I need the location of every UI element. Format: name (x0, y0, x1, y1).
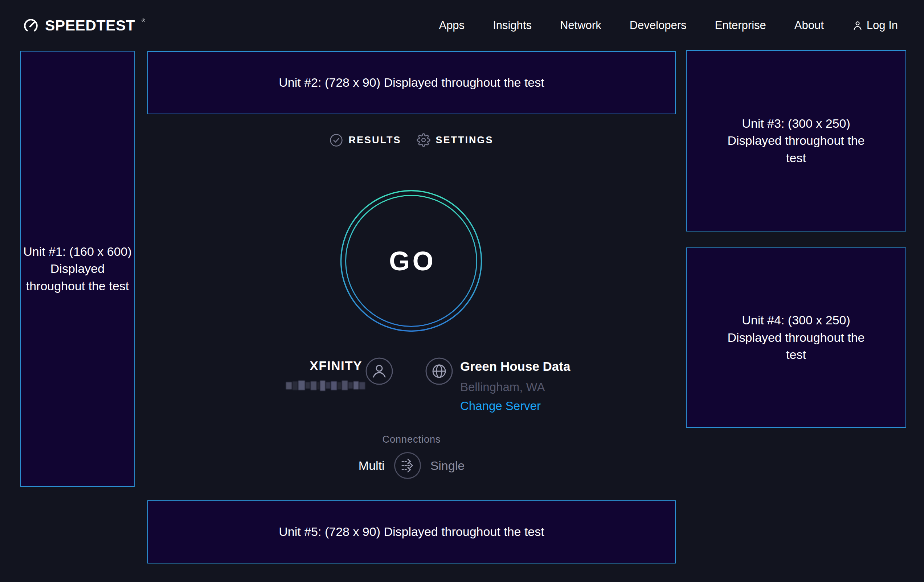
ad-unit-4-label: Unit #4: (300 x 250) Displayed throughou… (725, 312, 867, 364)
tab-results[interactable]: RESULTS (330, 134, 401, 147)
globe-icon (425, 357, 453, 385)
nav-item-developers[interactable]: Developers (630, 19, 686, 32)
nav-item-apps[interactable]: Apps (439, 19, 465, 32)
gear-icon (417, 133, 431, 147)
ad-unit-1-label: Unit #1: (160 x 600) Displayed throughou… (21, 243, 134, 295)
go-button-label: GO (340, 190, 482, 332)
speedtest-logo[interactable]: SPEEDTEST ® (23, 17, 145, 34)
tab-settings[interactable]: SETTINGS (417, 133, 493, 147)
go-button[interactable]: GO (340, 190, 482, 332)
logo-trademark: ® (142, 18, 145, 23)
view-tabs: RESULTS SETTINGS (147, 130, 676, 150)
ad-unit-1[interactable]: Unit #1: (160 x 600) Displayed throughou… (20, 51, 135, 487)
connections-label: Connections (147, 434, 676, 445)
nav-item-enterprise[interactable]: Enterprise (714, 19, 766, 32)
user-icon (852, 20, 863, 31)
tab-settings-label: SETTINGS (436, 135, 493, 146)
ad-unit-3[interactable]: Unit #3: (300 x 250) Displayed throughou… (686, 50, 906, 231)
check-circle-icon (330, 134, 343, 147)
isp-name: XFINITY (231, 358, 362, 373)
ad-unit-5-label: Unit #5: (728 x 90) Displayed throughout… (279, 523, 544, 541)
primary-nav: Apps Insights Network Developers Enterpr… (439, 19, 898, 32)
logo-text: SPEEDTEST (45, 17, 135, 34)
multi-connections-toggle-icon[interactable] (393, 452, 422, 480)
nav-item-network[interactable]: Network (560, 19, 601, 32)
change-server-link[interactable]: Change Server (460, 399, 541, 413)
ad-unit-2[interactable]: Unit #2: (728 x 90) Displayed throughout… (147, 51, 676, 114)
top-nav: SPEEDTEST ® Apps Insights Network Develo… (0, 0, 924, 51)
connection-mode-single[interactable]: Single (431, 458, 465, 473)
tab-results-label: RESULTS (348, 135, 401, 146)
connections-row: Multi Single (147, 451, 676, 480)
nav-item-about[interactable]: About (794, 19, 824, 32)
ad-unit-3-label: Unit #3: (300 x 250) Displayed throughou… (725, 115, 867, 167)
ad-unit-4[interactable]: Unit #4: (300 x 250) Displayed throughou… (686, 247, 906, 428)
nav-item-login[interactable]: Log In (852, 19, 898, 32)
ad-unit-2-label: Unit #2: (728 x 90) Displayed throughout… (279, 74, 544, 91)
login-label: Log In (867, 19, 898, 32)
ad-unit-5[interactable]: Unit #5: (728 x 90) Displayed throughout… (147, 500, 676, 564)
server-name: Green House Data (460, 359, 570, 374)
person-icon (365, 357, 393, 385)
connection-mode-multi[interactable]: Multi (358, 458, 385, 473)
nav-item-insights[interactable]: Insights (493, 19, 532, 32)
speedtest-gauge-icon (23, 17, 39, 34)
server-location: Bellingham, WA (460, 380, 545, 394)
obscured-ip-pixelation (286, 379, 365, 391)
